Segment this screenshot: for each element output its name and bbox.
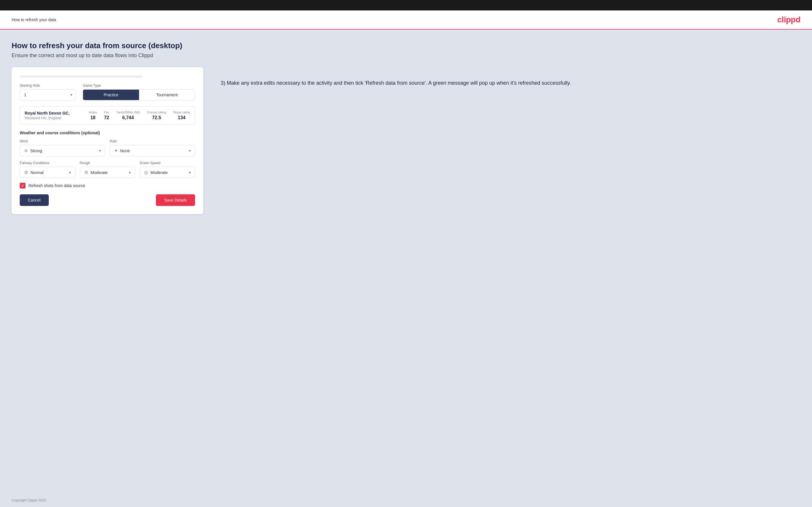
par-label: Par — [104, 111, 109, 114]
game-type-label: Game Type — [83, 83, 195, 88]
conditions-row-2: Fairway Conditions ⚙ Normal ▾ Rough ⚙ Mo… — [20, 161, 195, 178]
main-content: How to refresh your data from source (de… — [0, 30, 812, 494]
course-rating-label: Course rating — [147, 111, 166, 114]
footer: Copyright Clippd 2022 — [0, 494, 812, 507]
wind-label: Wind — [20, 139, 105, 143]
rough-value: Moderate — [91, 170, 127, 175]
save-button[interactable]: Save Details — [156, 194, 195, 206]
tournament-button[interactable]: Tournament — [139, 90, 195, 100]
card-top-strip — [20, 75, 143, 78]
header-title: How to refresh your data — [12, 17, 56, 22]
sidebar-description: 3) Make any extra edits necessary to the… — [221, 67, 800, 87]
slope-rating-stat: Slope rating 134 — [173, 111, 190, 120]
rain-arrow-icon: ▾ — [189, 149, 191, 153]
game-type-toggle: Practice Tournament — [83, 89, 195, 100]
wind-value: Strong — [30, 149, 97, 153]
rain-dropdown[interactable]: ✦ None ▾ — [110, 145, 195, 156]
copyright-text: Copyright Clippd 2022 — [12, 498, 46, 502]
fairway-arrow-icon: ▾ — [69, 171, 71, 175]
rough-icon: ⚙ — [84, 170, 88, 175]
sidebar-text-content: 3) Make any extra edits necessary to the… — [221, 79, 800, 87]
rain-icon: ✦ — [114, 148, 118, 154]
conditions-row-1: Wind ≋ Strong ▾ Rain ✦ None ▾ — [20, 139, 195, 156]
rain-value: None — [120, 149, 187, 153]
fairway-label: Fairway Conditions — [20, 161, 75, 165]
starting-hole-label: Starting Hole — [20, 83, 76, 88]
fairway-value: Normal — [31, 170, 67, 175]
rain-label: Rain — [110, 139, 195, 143]
fairway-dropdown[interactable]: ⚙ Normal ▾ — [20, 167, 75, 178]
form-row-top: Starting Hole 1 ▾ Game Type Practice Tou… — [20, 83, 195, 100]
refresh-checkbox-label: Refresh shots from data source — [29, 183, 85, 188]
form-card: Starting Hole 1 ▾ Game Type Practice Tou… — [12, 67, 203, 214]
green-speed-value: Moderate — [150, 170, 187, 175]
course-name: Royal North Devon GC, Westward Ho!, Engl… — [25, 111, 82, 120]
weather-section-title: Weather and course conditions (optional) — [20, 130, 195, 135]
green-speed-label: Green Speed — [140, 161, 195, 165]
course-name-sub: Westward Ho!, England — [25, 116, 82, 120]
game-type-group: Game Type Practice Tournament — [83, 83, 195, 100]
course-info: Royal North Devon GC, Westward Ho!, Engl… — [20, 106, 195, 125]
yards-value: 6,744 — [116, 115, 140, 120]
holes-label: Holes — [89, 111, 97, 114]
holes-stat: Holes 18 — [89, 111, 97, 120]
rough-label: Rough — [80, 161, 135, 165]
green-speed-group: Green Speed ◎ Moderate ▾ — [140, 161, 195, 178]
starting-hole-select[interactable]: 1 — [20, 89, 76, 100]
starting-hole-select-wrapper[interactable]: 1 ▾ — [20, 89, 76, 100]
wind-group: Wind ≋ Strong ▾ — [20, 139, 105, 156]
page-heading: How to refresh your data from source (de… — [12, 41, 800, 50]
green-speed-arrow-icon: ▾ — [189, 171, 191, 175]
yards-stat: Yards/White (M)) 6,744 — [116, 111, 140, 120]
header: How to refresh your data clippd — [0, 10, 812, 30]
wind-icon: ≋ — [24, 148, 28, 154]
refresh-checkbox-row: Refresh shots from data source — [20, 183, 195, 188]
starting-hole-group: Starting Hole 1 ▾ — [20, 83, 76, 100]
practice-button[interactable]: Practice — [83, 90, 139, 100]
course-rating-stat: Course rating 72.5 — [147, 111, 166, 120]
refresh-checkbox[interactable] — [20, 183, 26, 188]
green-speed-dropdown[interactable]: ◎ Moderate ▾ — [140, 167, 195, 178]
wind-arrow-icon: ▾ — [99, 149, 101, 153]
rain-group: Rain ✦ None ▾ — [110, 139, 195, 156]
rough-dropdown[interactable]: ⚙ Moderate ▾ — [80, 167, 135, 178]
course-name-main: Royal North Devon GC, — [25, 111, 82, 115]
yards-label: Yards/White (M)) — [116, 111, 140, 114]
top-bar — [0, 0, 812, 10]
rough-arrow-icon: ▾ — [129, 171, 131, 175]
cancel-button[interactable]: Cancel — [20, 194, 49, 206]
content-area: Starting Hole 1 ▾ Game Type Practice Tou… — [12, 67, 800, 214]
logo: clippd — [777, 15, 800, 24]
green-speed-icon: ◎ — [144, 170, 148, 175]
course-rating-value: 72.5 — [147, 115, 166, 120]
slope-rating-label: Slope rating — [173, 111, 190, 114]
fairway-group: Fairway Conditions ⚙ Normal ▾ — [20, 161, 75, 178]
holes-value: 18 — [89, 115, 97, 120]
wind-dropdown[interactable]: ≋ Strong ▾ — [20, 145, 105, 156]
slope-rating-value: 134 — [173, 115, 190, 120]
rough-group: Rough ⚙ Moderate ▾ — [80, 161, 135, 178]
button-row: Cancel Save Details — [20, 194, 195, 206]
par-stat: Par 72 — [104, 111, 109, 120]
fairway-icon: ⚙ — [24, 170, 28, 175]
par-value: 72 — [104, 115, 109, 120]
page-subheading: Ensure the correct and most up to date d… — [12, 53, 800, 59]
